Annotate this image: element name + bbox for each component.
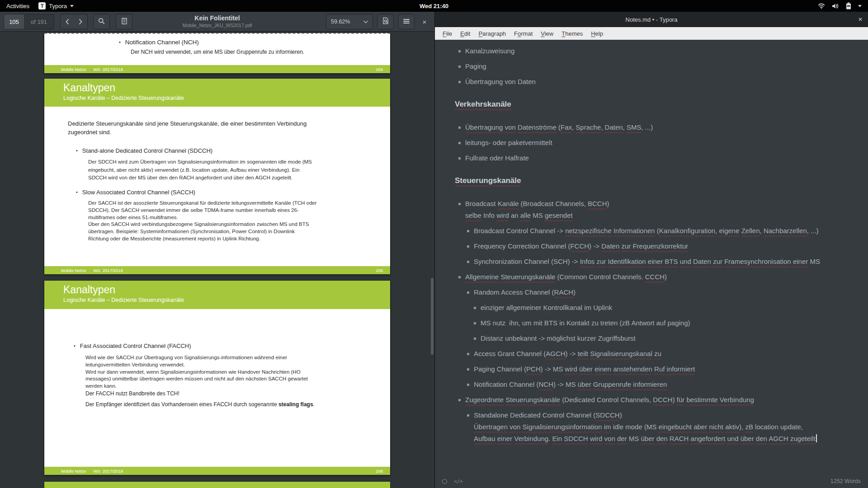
clock[interactable]: Wed 21:40 [420, 0, 448, 12]
typora-list-item[interactable]: Übertragung von Daten [455, 76, 855, 88]
typora-list-item[interactable]: Access Grant Channel (AGCH) -> teilt Sig… [455, 348, 855, 360]
typora-list-item[interactable]: Frequency Correction Channel (FCCH) -> D… [455, 240, 855, 252]
focused-app-name: Typora [49, 3, 67, 9]
typora-list-item[interactable]: Broadcast Control Channel -> netzspezifi… [455, 225, 855, 237]
menu-format[interactable]: Format [510, 30, 537, 37]
focused-app-menu[interactable]: T Typora [38, 2, 74, 9]
footer-term: WS 2017/2018 [93, 67, 123, 72]
menu-view[interactable]: View [537, 30, 557, 37]
outline-circle-icon[interactable] [442, 479, 447, 484]
typora-list-item[interactable]: Distanz unbekannt -> möglichst kurzer Zu… [455, 333, 855, 344]
misspelled-word: über [641, 435, 654, 442]
typora-text-line: einziger allgemeiner Kontrollkanal im Up… [481, 302, 612, 314]
typora-text-line: leitungs- oder paketvermittelt [465, 137, 552, 149]
word-count: 1252 Words [830, 478, 861, 484]
misspelled-word: über [578, 380, 591, 388]
misspelled-word: Kanäle [498, 200, 519, 207]
misspelled-word: teilt [578, 350, 588, 357]
misspelled-word: zugeteilt [790, 435, 816, 442]
document-titlebar[interactable]: Kein Folientitel Mobile_Netze_JKU_WS2017… [123, 14, 312, 28]
page-number-input[interactable]: 105 [4, 14, 24, 29]
misspelled-word: Signalisierungskanal [590, 350, 652, 357]
gnome-top-bar: Activities T Typora Wed 21:40 [0, 0, 868, 12]
typora-list-item[interactable]: Fullrate oder Halfrate [455, 152, 855, 164]
bullet-square-icon [458, 50, 461, 52]
text-cursor [816, 434, 817, 442]
footer-page-number: 104 [376, 67, 383, 72]
pdf-window-close-button[interactable]: × [417, 14, 432, 29]
page-count-label: of 191 [24, 14, 54, 29]
typora-list-item[interactable]: Kanalzuweisung [455, 45, 855, 57]
misspelled-word: Daten [693, 258, 711, 265]
pdf-scrollbar[interactable] [431, 278, 434, 355]
misspelled-word: einen [594, 365, 611, 373]
slide-footer: Mobile Netze WS 2017/2018 105 [44, 266, 390, 274]
typora-list-item[interactable]: MS nutz ihn, um mit BTS in Kontakt zu tr… [455, 317, 855, 329]
misspelled-word: SDCCH [595, 411, 619, 419]
misspelled-word: alle [520, 211, 531, 219]
typora-list-item[interactable]: leitungs- oder paketvermittelt [455, 137, 855, 149]
typora-list-item[interactable]: Paging Channel (PCH) -> MS wird über ein… [455, 363, 855, 375]
previous-page-button[interactable] [60, 14, 74, 29]
source-code-mode-icon[interactable]: </> [454, 479, 463, 484]
typora-text-line: Distanz unbekannt -> möglichst kurzer Zu… [481, 333, 636, 344]
fit-page-button[interactable] [377, 14, 394, 29]
misspelled-word: Ruf [654, 365, 665, 373]
misspelled-word: Verbindung [514, 435, 548, 442]
misspelled-word: und [680, 258, 691, 265]
window-menu-button[interactable] [398, 14, 415, 29]
typora-list-item[interactable]: Übertragung von Datenströme (Fax, Sprach… [455, 122, 855, 133]
close-icon: ✕ [858, 16, 863, 23]
slide-title-band: Kanaltypen Logische Kanäle – Dedizierte … [44, 281, 390, 309]
zoom-level-dropdown[interactable]: 59.62% [326, 14, 373, 29]
footer-term: WS 2017/2018 [93, 268, 123, 273]
typora-list-item[interactable]: Synchronization Channel (SCH) -> Infos z… [455, 256, 855, 267]
typora-list-item[interactable]: Zugeordnete Steuerungskanäle (Dedicated … [455, 394, 855, 406]
misspelled-word: angefordert [691, 435, 726, 442]
system-status-area[interactable] [818, 2, 868, 9]
misspelled-word: Signalisierungsinformation [523, 423, 602, 431]
slide-page-105: Kanaltypen Logische Kanäle – Dedizierte … [44, 79, 390, 274]
misspelled-word: im [604, 423, 611, 431]
typora-list-item[interactable]: Notification Channel (NCH) -> MS über Gr… [455, 379, 855, 390]
typora-list-item[interactable]: Paging [455, 61, 855, 72]
misspelled-word: AGCH [769, 435, 788, 442]
slide-subtitle: Logische Kanäle – Dedizierte Steuerungsk… [63, 94, 390, 102]
slide-104-bullet-text: Notification Channel (NCH) [125, 39, 199, 46]
misspelled-word: Nachbarzellen [764, 227, 807, 235]
misspelled-word: den [756, 435, 767, 442]
menu-help[interactable]: Help [587, 30, 607, 37]
typora-editor[interactable]: KanalzuweisungPagingÜbertragung von Date… [435, 40, 868, 474]
zoom-level-value: 59.62% [331, 19, 350, 25]
menu-themes[interactable]: Themes [557, 30, 587, 37]
misspelled-word: Ein [552, 435, 562, 442]
menu-file[interactable]: File [439, 30, 456, 37]
bullet-square-icon [458, 276, 461, 278]
typora-list-item[interactable]: Broadcast Kanäle (Broadcast Channels, BC… [455, 198, 855, 221]
typora-text-line: Access Grant Channel (AGCH) -> teilt Sig… [474, 348, 661, 360]
slide-bullet-dot: • [119, 39, 121, 45]
misspelled-word: BCCH [588, 200, 607, 207]
page-magnifier-icon [382, 17, 389, 26]
menu-paragraph[interactable]: Paragraph [474, 30, 510, 37]
typora-text-line: Notification Channel (NCH) -> MS über Gr… [474, 379, 667, 390]
pdf-canvas[interactable]: •Notification Channel (NCH) Der NCH wird… [0, 32, 434, 488]
slide-bullet-dot: • [76, 189, 78, 195]
system-menu-chevron-icon [858, 5, 862, 7]
typora-list-item[interactable]: Random Access Channel (RACH) [455, 286, 855, 298]
typora-heading[interactable]: Steuerungskanäle [455, 168, 855, 198]
volume-icon [832, 3, 839, 9]
menu-edit[interactable]: Edit [456, 30, 474, 37]
typora-list-item[interactable]: Allgemeine Steuerungskanäle (Common Cont… [455, 271, 855, 283]
typora-titlebar[interactable]: Notes.md • - Typora ✕ [435, 12, 868, 27]
typora-list-item[interactable]: Standalone Dedicated Control Channel (SD… [455, 409, 855, 445]
typora-list-item[interactable]: einziger allgemeiner Kontrollkanal im Up… [455, 302, 855, 314]
activities-button[interactable]: Activities [6, 3, 29, 9]
search-button[interactable] [93, 14, 110, 29]
chevron-down-icon [70, 5, 74, 7]
next-page-button[interactable] [74, 14, 88, 29]
slide-106-paragraph-1: Wird wie der SACCH zur Übertragung von S… [85, 354, 308, 390]
typora-heading[interactable]: Verkehrskanäle [455, 91, 855, 122]
search-icon [98, 18, 105, 26]
typora-close-button[interactable]: ✕ [858, 12, 863, 27]
